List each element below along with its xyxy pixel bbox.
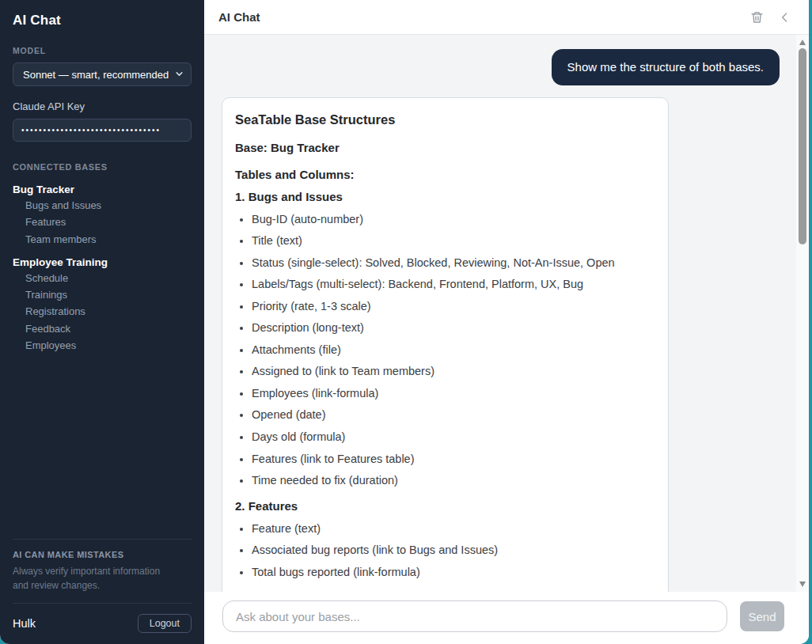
sidebar-table-item[interactable]: Bugs and Issues xyxy=(13,199,192,212)
chat-scroll-area[interactable]: Show me the structure of both bases. Sea… xyxy=(204,35,809,592)
section-bullet-list: Bug-ID (auto-number)Title (text)Status (… xyxy=(235,212,654,488)
chat-scrollbar[interactable] xyxy=(796,35,809,592)
section-heading: 2. Features xyxy=(235,499,654,513)
assistant-message-card: SeaTable Base Structures Base: Bug Track… xyxy=(222,97,669,593)
main-header: AI Chat xyxy=(204,0,809,35)
model-select-wrapper: Sonnet — smart, recommended xyxy=(13,63,192,86)
column-bullet-item: Title (text) xyxy=(252,233,654,248)
section-heading: 1. Bugs and Issues xyxy=(235,190,654,203)
page-title: AI Chat xyxy=(218,10,260,24)
assistant-tables-heading: Tables and Columns: xyxy=(235,168,654,181)
section-bullet-list: Feature (text)Associated bug reports (li… xyxy=(235,521,654,580)
sidebar-table-item[interactable]: Feedback xyxy=(13,323,192,335)
sidebar-table-item[interactable]: Schedule xyxy=(13,272,192,285)
column-bullet-item: Feature (text) xyxy=(252,521,654,536)
api-key-label: Claude API Key xyxy=(13,100,192,112)
user-message-bubble: Show me the structure of both bases. xyxy=(552,49,780,85)
ai-chat-app-window: AI Chat MODEL Sonnet — smart, recommende… xyxy=(0,0,809,644)
main-pane: AI Chat Show me the structure of both ba… xyxy=(204,0,809,644)
logout-button[interactable]: Logout xyxy=(138,614,192,633)
section-features: 2. Features Feature (text)Associated bug… xyxy=(235,499,654,580)
sidebar-footer: Hulk Logout xyxy=(13,603,192,633)
sidebar-table-item[interactable]: Employees xyxy=(13,339,192,352)
column-bullet-item: Priority (rate, 1-3 scale) xyxy=(252,299,654,314)
disclaimer-box: AI CAN MAKE MISTAKES Always verify impor… xyxy=(13,539,192,593)
section-heading: 3. Team members xyxy=(235,590,654,592)
scrollbar-thumb[interactable] xyxy=(799,48,806,244)
assistant-base-heading: Base: Bug Tracker xyxy=(235,141,654,154)
base-tables-employee-training: ScheduleTrainingsRegistrationsFeedbackEm… xyxy=(13,272,192,352)
base-group-bug-tracker: Bug Tracker Bugs and IssuesFeaturesTeam … xyxy=(13,184,192,246)
trash-icon xyxy=(750,10,764,25)
assistant-title: SeaTable Base Structures xyxy=(235,112,654,127)
sidebar-spacer xyxy=(13,352,192,539)
sidebar: AI Chat MODEL Sonnet — smart, recommende… xyxy=(0,0,204,644)
base-tables-bug-tracker: Bugs and IssuesFeaturesTeam members xyxy=(13,199,192,246)
sidebar-table-item[interactable]: Registrations xyxy=(13,305,192,318)
column-bullet-item: Time needed to fix (duration) xyxy=(252,473,654,488)
sidebar-app-title: AI Chat xyxy=(13,13,192,28)
disclaimer-text: Always verify important information and … xyxy=(13,564,175,593)
username: Hulk xyxy=(13,617,36,630)
base-name-employee-training[interactable]: Employee Training xyxy=(13,256,192,268)
api-key-input[interactable] xyxy=(13,119,192,142)
model-label: MODEL xyxy=(13,46,192,55)
column-bullet-item: Opened (date) xyxy=(252,407,654,422)
column-bullet-item: Features (link to Features table) xyxy=(252,452,654,467)
collapse-panel-button[interactable] xyxy=(778,10,791,25)
base-group-employee-training: Employee Training ScheduleTrainingsRegis… xyxy=(13,256,192,352)
sidebar-table-item[interactable]: Trainings xyxy=(13,289,192,301)
sidebar-table-item[interactable]: Features xyxy=(13,216,192,229)
base-name-bug-tracker[interactable]: Bug Tracker xyxy=(13,184,192,195)
header-actions xyxy=(750,10,791,25)
column-bullet-item: Assigned to (link to Team members) xyxy=(252,364,654,379)
disclaimer-title: AI CAN MAKE MISTAKES xyxy=(13,550,192,559)
sidebar-table-item[interactable]: Team members xyxy=(13,233,192,246)
scrollbar-up-arrow-icon[interactable] xyxy=(799,40,806,45)
user-message-row: Show me the structure of both bases. xyxy=(222,49,780,85)
column-bullet-item: Status (single-select): Solved, Blocked,… xyxy=(252,256,654,271)
column-bullet-item: Days old (formula) xyxy=(252,430,654,445)
column-bullet-item: Bug-ID (auto-number) xyxy=(252,212,654,227)
column-bullet-item: Total bugs reported (link-formula) xyxy=(252,565,654,580)
column-bullet-item: Attachments (file) xyxy=(252,343,654,358)
scrollbar-down-arrow-icon[interactable] xyxy=(799,581,806,587)
column-bullet-item: Associated bug reports (link to Bugs and… xyxy=(252,543,654,558)
send-button[interactable]: Send xyxy=(740,601,784,631)
column-bullet-item: Labels/Tags (multi-select): Backend, Fro… xyxy=(252,277,654,292)
section-team-members: 3. Team members Name (text)Employee (col… xyxy=(235,590,654,592)
model-select[interactable]: Sonnet — smart, recommended xyxy=(13,63,192,86)
column-bullet-item: Description (long-text) xyxy=(252,320,654,335)
chevron-left-icon xyxy=(778,10,791,25)
delete-chat-button[interactable] xyxy=(750,10,764,25)
section-bugs-and-issues: 1. Bugs and Issues Bug-ID (auto-number)T… xyxy=(235,190,654,488)
chat-message-list: Show me the structure of both bases. Sea… xyxy=(204,35,809,592)
connected-bases-label: CONNECTED BASES xyxy=(13,162,192,172)
chat-input[interactable] xyxy=(222,600,727,632)
column-bullet-item: Employees (link-formula) xyxy=(252,386,654,401)
composer-bar: Send xyxy=(204,592,809,644)
